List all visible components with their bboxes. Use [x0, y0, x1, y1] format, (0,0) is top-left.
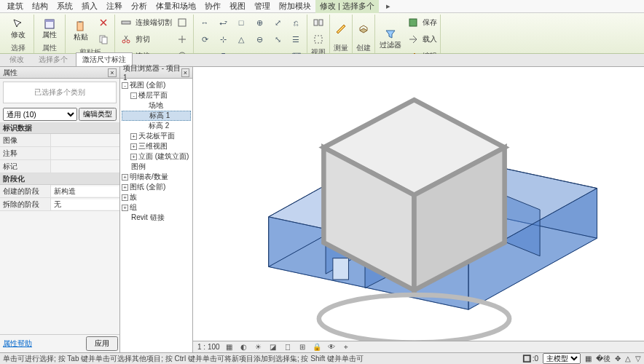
modify-tool-10[interactable]: ⊖	[251, 31, 267, 47]
cut-geom-button[interactable]	[118, 31, 134, 47]
subtab-1[interactable]: 选择多个	[32, 52, 74, 66]
menu-3[interactable]: 插入	[77, 0, 102, 13]
prop-value[interactable]: 无	[51, 199, 119, 210]
close-properties-icon[interactable]: ×	[108, 68, 117, 77]
modify-tool-1[interactable]: ⟳	[197, 31, 213, 47]
tree-twisty-icon[interactable]: -	[122, 82, 128, 89]
load-sel-button[interactable]	[405, 31, 421, 47]
tree-node[interactable]: +明细表/数量	[122, 172, 191, 182]
paste-button[interactable]: 粘贴	[68, 18, 93, 44]
tree-node[interactable]: -楼层平面	[122, 90, 191, 100]
tree-node[interactable]: +三维视图	[122, 141, 191, 151]
project-tree[interactable]: -视图 (全部)-楼层平面场地标高 1标高 2+天花板平面+三维视图+立面 (建…	[120, 79, 192, 352]
tree-node[interactable]: 标高 2	[122, 121, 191, 131]
visual-style-icon[interactable]: ◐	[239, 342, 249, 352]
status-icon-2[interactable]: �後	[596, 354, 610, 364]
prop-category[interactable]: 标识数据	[0, 122, 119, 134]
scale-display[interactable]: 1 : 100	[197, 343, 220, 351]
modify-tool-9[interactable]: ⊕	[251, 15, 267, 31]
edit-type-button[interactable]: 编辑类型	[79, 108, 117, 121]
view-icon-2[interactable]	[310, 31, 326, 47]
menu-10[interactable]: 附加模块	[275, 0, 315, 13]
tree-node[interactable]: +立面 (建筑立面)	[122, 151, 191, 162]
prop-category[interactable]: 阶段化	[0, 173, 119, 185]
modify-tool-12[interactable]: ⤢	[270, 15, 286, 31]
tree-node[interactable]: 图例	[122, 162, 191, 172]
tree-node[interactable]: +天花板平面	[122, 131, 191, 141]
geom-icon-1[interactable]	[174, 15, 190, 31]
menu-2[interactable]: 系统	[52, 0, 77, 13]
tree-twisty-icon[interactable]: +	[122, 184, 128, 191]
load-sel-label: 载入	[423, 34, 437, 44]
filter-button[interactable]: 过滤器	[378, 26, 403, 52]
measure-button[interactable]	[333, 21, 349, 37]
crop-visible-icon[interactable]: ⊞	[297, 342, 307, 352]
menu-8[interactable]: 视图	[225, 0, 250, 13]
menu-5[interactable]: 分析	[127, 0, 152, 13]
apply-button[interactable]: 应用	[86, 336, 118, 351]
tree-twisty-icon[interactable]: +	[122, 174, 128, 181]
modify-tool-4[interactable]: ⊹	[215, 31, 231, 47]
modify-tool-15[interactable]: ⎌	[288, 15, 304, 31]
detail-level-icon[interactable]: ▦	[224, 342, 235, 352]
menu-4[interactable]: 注释	[102, 0, 127, 13]
tree-twisty-icon[interactable]: +	[130, 133, 137, 140]
tree-node[interactable]: +图纸 (全部)	[122, 182, 191, 192]
cope-button[interactable]	[118, 15, 134, 31]
tree-node[interactable]: +族	[122, 192, 191, 202]
tree-twisty-icon[interactable]: +	[130, 143, 137, 150]
tree-node[interactable]: Revit 链接	[122, 213, 191, 223]
reveal-icon[interactable]: ⌖	[341, 342, 351, 352]
temp-hide-icon[interactable]: 👁	[326, 342, 337, 352]
instance-combo[interactable]: 通用 (10)	[3, 108, 77, 121]
modify-tool-7[interactable]: △	[233, 31, 249, 47]
tree-label: 三维视图	[138, 141, 168, 151]
modify-tool-button[interactable]: 修改	[6, 16, 31, 42]
tree-twisty-icon[interactable]: +	[122, 205, 128, 211]
close-browser-icon[interactable]: ×	[181, 68, 189, 77]
modify-tool-0[interactable]: ↔	[197, 15, 213, 31]
sun-path-icon[interactable]: ☀	[254, 342, 264, 352]
modify-tool-6[interactable]: □	[233, 15, 249, 31]
status-icon-1[interactable]: ▦	[585, 355, 592, 363]
tree-label: 标高 2	[149, 121, 169, 131]
subtab-0[interactable]: 候改	[3, 52, 31, 66]
view-icon-1[interactable]	[310, 15, 326, 31]
menu-6[interactable]: 体量和场地	[152, 0, 200, 13]
shadows-icon[interactable]: ◪	[268, 342, 278, 352]
tree-twisty-icon[interactable]: +	[122, 194, 128, 201]
tree-node[interactable]: 场地	[122, 100, 191, 111]
menu-11[interactable]: 修改 | 选择多个	[315, 0, 379, 13]
tree-twisty-icon[interactable]: -	[130, 92, 137, 99]
save-sel-button[interactable]	[405, 15, 421, 31]
prop-key: 图像	[0, 134, 51, 146]
type-selector[interactable]: 已选择多个类别	[3, 82, 117, 103]
properties-help-link[interactable]: 属性帮助	[0, 337, 35, 350]
properties-button[interactable]: 属性	[37, 16, 62, 42]
modify-tool-13[interactable]: ⤡	[270, 31, 286, 47]
create-button[interactable]	[356, 21, 372, 37]
status-filter-icon[interactable]: ▽	[635, 355, 641, 363]
prop-value[interactable]: 新构造	[51, 186, 119, 197]
menu-7[interactable]: 协作	[200, 0, 225, 13]
tree-twisty-icon[interactable]: +	[130, 154, 137, 160]
menu-overflow-icon[interactable]: ▸	[382, 0, 395, 12]
geom-icon-2[interactable]	[174, 31, 190, 47]
menu-0[interactable]: 建筑	[3, 0, 28, 13]
lock-icon[interactable]: 🔒	[312, 342, 322, 352]
tree-node[interactable]: 标高 1	[122, 111, 191, 121]
workset-combo[interactable]: 主模型	[543, 353, 581, 364]
view-cube[interactable]	[193, 71, 640, 352]
modify-tool-3[interactable]: ⮐	[215, 15, 231, 31]
status-icon-3[interactable]: ✥	[615, 355, 621, 363]
menu-1[interactable]: 结构	[28, 0, 52, 13]
crop-icon[interactable]: ⎕	[283, 342, 293, 352]
menu-9[interactable]: 管理	[250, 0, 275, 13]
tree-node[interactable]: -视图 (全部)	[122, 80, 191, 90]
cut-clip-button[interactable]	[95, 15, 111, 31]
viewport-3d[interactable]: 1 : 100 ▦ ◐ ☀ ◪ ⎕ ⊞ 🔒 👁 ⌖	[193, 67, 644, 352]
copy-clip-button[interactable]	[95, 31, 111, 47]
modify-tool-16[interactable]: ☰	[288, 31, 304, 47]
status-icon-4[interactable]: △	[625, 355, 631, 363]
tree-node[interactable]: +组	[122, 202, 191, 213]
